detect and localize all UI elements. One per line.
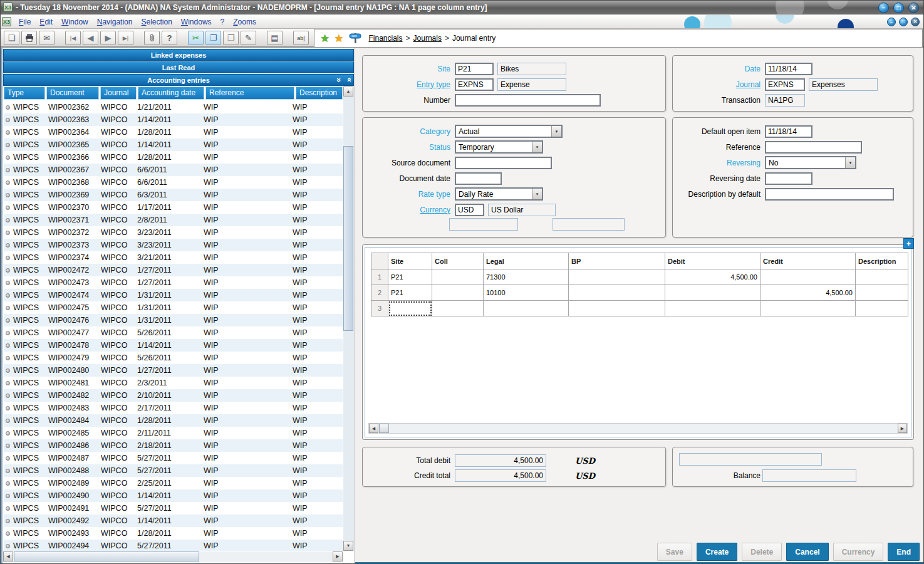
accounting-entry-row[interactable]: WIPCSWIP002374WIPCO3/21/2011WIPWIP [4, 251, 343, 264]
section-linked-expenses[interactable]: Linked expenses [3, 49, 354, 61]
grid-column-header-coll[interactable]: Coll [432, 253, 484, 269]
date-label[interactable]: Date [673, 65, 760, 73]
accounting-entry-row[interactable]: WIPCSWIP002372WIPCO3/23/2011WIPWIP [4, 226, 343, 239]
scroll-left-icon[interactable]: ◀ [369, 424, 378, 433]
accounting-entry-row[interactable]: WIPCSWIP002365WIPCO1/14/2011WIPWIP [4, 138, 343, 151]
entry-type-input[interactable] [455, 78, 494, 91]
attachment-icon[interactable] [144, 31, 160, 45]
dropdown-arrow-icon[interactable]: ▼ [532, 142, 542, 152]
close-icon[interactable]: ✕ [908, 3, 919, 13]
grid-cell-legal-row1[interactable]: 71300 [484, 269, 569, 285]
grid-cell-bp-row3[interactable] [569, 301, 665, 316]
accounting-entry-row[interactable]: WIPCSWIP002369WIPCO6/3/2011WIPWIP [4, 189, 343, 201]
rate-type-label[interactable]: Rate type [363, 190, 450, 199]
grid-cell-debit-row2[interactable] [665, 285, 760, 301]
currency-input[interactable] [455, 204, 484, 216]
journal-input[interactable] [765, 78, 805, 91]
paste-icon[interactable]: ❐ [223, 31, 239, 45]
site-label[interactable]: Site [363, 65, 450, 73]
grid-column-header-site[interactable]: Site [388, 253, 432, 269]
accounting-entry-row[interactable]: WIPCSWIP002367WIPCO6/6/2011WIPWIP [4, 164, 343, 176]
find-text-icon[interactable]: ab| [293, 31, 309, 45]
scroll-down-icon[interactable]: ▼ [343, 541, 353, 551]
accounting-entry-row[interactable]: WIPCSWIP002488WIPCO5/27/2011WIPWIP [4, 464, 343, 477]
add-line-icon[interactable]: + [903, 238, 914, 249]
send-mail-icon[interactable]: ✉ [39, 31, 55, 45]
category-select[interactable]: Actual ▼ [455, 125, 563, 138]
accounting-entry-row[interactable]: WIPCSWIP002481WIPCO2/3/2011WIPWIP [4, 377, 343, 389]
dropdown-arrow-icon[interactable]: ▼ [845, 157, 855, 168]
scroll-right-icon[interactable]: ▶ [333, 551, 343, 561]
source-document-input[interactable] [455, 157, 552, 169]
accounting-entry-row[interactable]: WIPCSWIP002487WIPCO5/27/2011WIPWIP [4, 452, 343, 464]
accounting-entry-row[interactable]: WIPCSWIP002473WIPCO1/27/2011WIPWIP [4, 276, 343, 289]
menu-help[interactable]: ? [216, 16, 229, 28]
minimize-icon[interactable]: – [878, 3, 889, 13]
accounting-entry-row[interactable]: WIPCSWIP002483WIPCO2/17/2011WIPWIP [4, 402, 343, 414]
grid-cell-bp-row2[interactable] [569, 285, 665, 301]
category-label[interactable]: Category [363, 127, 450, 136]
list-icon[interactable]: ▤ [267, 31, 283, 45]
signature-icon[interactable]: ✎ [241, 31, 256, 45]
grid-cell-legal-row3[interactable] [484, 301, 569, 316]
section-last-read[interactable]: Last Read [3, 61, 354, 73]
menu-window[interactable]: Window [57, 16, 93, 28]
scrollbar-thumb[interactable] [343, 146, 353, 331]
column-header-journal[interactable]: Journal [100, 86, 137, 100]
status-select[interactable]: Temporary ▼ [455, 140, 543, 154]
rate-type-select[interactable]: Daily Rate ▼ [455, 187, 543, 201]
accounting-entry-row[interactable]: WIPCSWIP002492WIPCO1/14/2011WIPWIP [4, 514, 343, 527]
column-header-type[interactable]: Type [4, 86, 45, 100]
accounting-entry-row[interactable]: WIPCSWIP002475WIPCO1/31/2011WIPWIP [4, 301, 343, 314]
description-by-default-input[interactable] [765, 188, 894, 201]
grid-column-header-debit[interactable]: Debit [665, 253, 760, 269]
left-horizontal-scrollbar[interactable]: ◀ ▶ [3, 551, 343, 562]
scrollbar-thumb[interactable] [14, 551, 199, 561]
last-record-icon[interactable]: ▶| [118, 31, 133, 45]
status-label[interactable]: Status [363, 143, 450, 152]
next-record-icon[interactable]: ▶ [100, 31, 116, 45]
accounting-entry-row[interactable]: WIPCSWIP002373WIPCO3/23/2011WIPWIP [4, 239, 343, 251]
document-date-input[interactable] [455, 172, 502, 185]
reference-input[interactable] [765, 141, 862, 154]
grid-horizontal-scrollbar[interactable]: ◀ ▶ [368, 423, 908, 434]
mdi-close-icon[interactable]: ✕ [911, 18, 920, 26]
print-icon[interactable] [21, 31, 37, 45]
signpost-icon[interactable] [348, 32, 362, 44]
copy-icon[interactable]: ❐ [205, 31, 221, 45]
accounting-entry-row[interactable]: WIPCSWIP002476WIPCO1/31/2011WIPWIP [4, 314, 343, 326]
grid-column-header-description[interactable]: Description [856, 253, 908, 269]
help-icon[interactable]: ? [162, 31, 177, 45]
reversing-select[interactable]: No ▼ [765, 156, 856, 169]
grid-cell-bp-row1[interactable] [569, 269, 665, 285]
scroll-up-icon[interactable]: ▲ [343, 86, 353, 97]
journal-label[interactable]: Journal [673, 80, 760, 89]
new-record-icon[interactable]: ❏ [4, 31, 19, 45]
accounting-entry-row[interactable]: WIPCSWIP002364WIPCO1/28/2011WIPWIP [4, 126, 343, 138]
end-button[interactable]: End [888, 543, 920, 561]
cut-icon[interactable]: ✂ [188, 31, 204, 45]
site-input[interactable] [455, 63, 494, 75]
grid-cell-credit-row2[interactable]: 4,500.00 [760, 285, 856, 301]
accounting-entry-row[interactable]: WIPCSWIP002366WIPCO1/28/2011WIPWIP [4, 151, 343, 164]
accounting-entry-row[interactable]: WIPCSWIP002490WIPCO1/14/2011WIPWIP [4, 489, 343, 502]
favorites-star-icon[interactable]: ★ [334, 33, 343, 44]
column-header-accounting-date[interactable]: Accounting date [138, 86, 204, 100]
accounting-entry-row[interactable]: WIPCSWIP002484WIPCO1/28/2011WIPWIP [4, 414, 343, 427]
accounting-entry-row[interactable]: WIPCSWIP002362WIPCO1/21/2011WIPWIP [4, 101, 343, 113]
accounting-entry-row[interactable]: WIPCSWIP002489WIPCO2/25/2011WIPWIP [4, 477, 343, 489]
number-input[interactable] [455, 94, 601, 107]
cancel-button[interactable]: Cancel [786, 543, 828, 561]
menu-windows[interactable]: Windows [177, 16, 216, 28]
accounting-entry-row[interactable]: WIPCSWIP002493WIPCO1/28/2011WIPWIP [4, 527, 343, 540]
column-header-description[interactable]: Description [296, 86, 343, 100]
accounting-entry-row[interactable]: WIPCSWIP002363WIPCO1/14/2011WIPWIP [4, 113, 343, 126]
mdi-minimize-icon[interactable]: – [887, 18, 896, 26]
create-button[interactable]: Create [697, 543, 737, 561]
section-accounting-entries[interactable]: Accounting entries » » [3, 74, 354, 86]
date-input[interactable] [765, 63, 812, 75]
grid-cell-description-row2[interactable] [856, 285, 908, 301]
grid-cell-coll-row1[interactable] [432, 269, 484, 285]
accounting-entry-row[interactable]: WIPCSWIP002486WIPCO2/18/2011WIPWIP [4, 439, 343, 452]
grid-cell-description-row1[interactable] [856, 269, 908, 285]
